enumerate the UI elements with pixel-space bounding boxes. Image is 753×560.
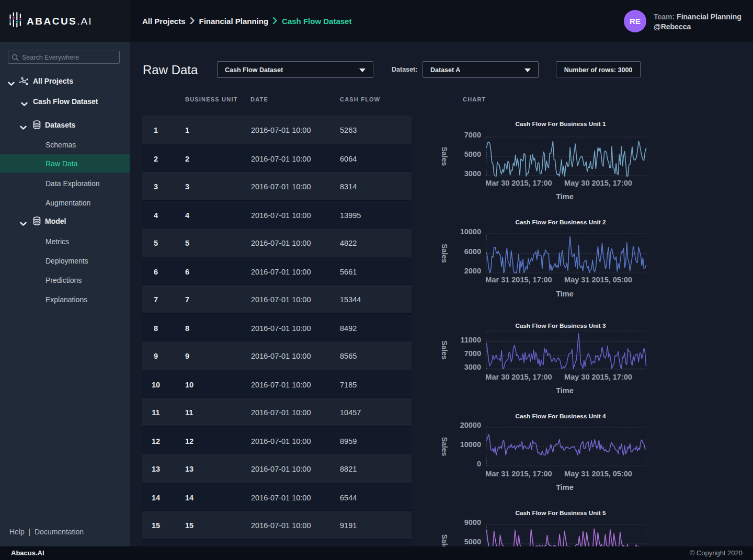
svg-text:3000: 3000 xyxy=(464,363,481,371)
svg-text:Sales: Sales xyxy=(440,437,449,456)
svg-text:2000: 2000 xyxy=(464,267,481,275)
svg-text:May 30 2015, 17:00: May 30 2015, 17:00 xyxy=(564,373,632,381)
svg-text:Sales: Sales xyxy=(440,244,449,263)
svg-text:Time: Time xyxy=(556,483,574,492)
svg-text:Cash Flow For Business Unit 3: Cash Flow For Business Unit 3 xyxy=(515,322,606,329)
svg-text:5000: 5000 xyxy=(464,150,481,158)
svg-text:Time: Time xyxy=(556,192,574,201)
svg-text:7000: 7000 xyxy=(464,349,481,358)
svg-text:0: 0 xyxy=(477,460,481,468)
svg-text:Cash Flow For Business Unit 1: Cash Flow For Business Unit 1 xyxy=(515,120,606,128)
svg-text:3000: 3000 xyxy=(464,169,481,178)
svg-text:Cash Flow For Business Unit 2: Cash Flow For Business Unit 2 xyxy=(515,219,606,226)
svg-text:Cash Flow For Business Unit 4: Cash Flow For Business Unit 4 xyxy=(515,413,606,420)
svg-text:Mar 30 2015, 17:00: Mar 30 2015, 17:00 xyxy=(485,373,552,381)
svg-text:6000: 6000 xyxy=(464,247,481,256)
svg-text:9000: 9000 xyxy=(464,518,481,527)
svg-text:Mar 31 2015, 17:00: Mar 31 2015, 17:00 xyxy=(485,470,552,478)
svg-text:5000: 5000 xyxy=(464,538,481,546)
svg-text:7000: 7000 xyxy=(464,131,481,139)
svg-text:Mar 30 2015, 17:00: Mar 30 2015, 17:00 xyxy=(485,179,552,187)
svg-text:Time: Time xyxy=(556,290,574,298)
svg-text:May 31 2015, 05:00: May 31 2015, 05:00 xyxy=(564,276,632,284)
svg-text:Cash Flow For Business Unit 5: Cash Flow For Business Unit 5 xyxy=(515,509,606,517)
svg-text:May 30 2015, 17:00: May 30 2015, 17:00 xyxy=(564,179,632,187)
svg-text:10000: 10000 xyxy=(460,440,481,449)
svg-text:11000: 11000 xyxy=(460,336,481,344)
svg-text:Mar 31 2015, 17:00: Mar 31 2015, 17:00 xyxy=(485,276,552,284)
svg-text:Sales: Sales xyxy=(440,340,449,360)
svg-text:20000: 20000 xyxy=(460,421,481,429)
svg-text:May 31 2015, 05:00: May 31 2015, 05:00 xyxy=(564,470,632,478)
svg-text:Time: Time xyxy=(556,386,574,395)
svg-text:Sales: Sales xyxy=(440,147,449,166)
svg-text:10000: 10000 xyxy=(460,227,481,236)
